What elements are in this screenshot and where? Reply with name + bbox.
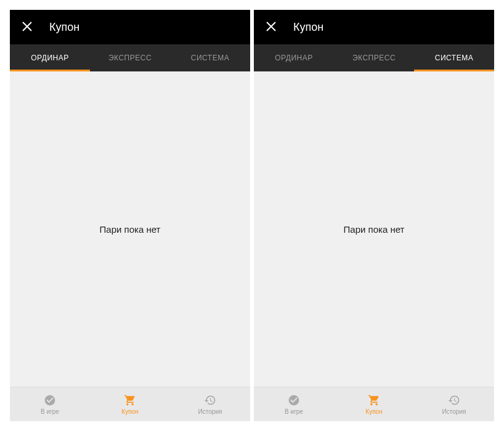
history-icon <box>447 393 461 407</box>
close-button[interactable] <box>264 20 278 34</box>
check-circle-icon <box>43 393 57 407</box>
nav-label: В игре <box>285 408 303 415</box>
header-title: Купон <box>293 21 323 34</box>
nav-item-in-game[interactable]: В игре <box>10 387 90 421</box>
close-icon <box>22 20 32 34</box>
content-area: Пари пока нет <box>254 71 494 387</box>
tabs: ОРДИНАР ЭКСПРЕСС СИСТЕМА <box>10 44 250 71</box>
tab-system[interactable]: СИСТЕМА <box>170 44 250 71</box>
phone-screen-1: Купон ОРДИНАР ЭКСПРЕСС СИСТЕМА Пари пока… <box>10 10 250 421</box>
nav-label: Купон <box>365 408 382 415</box>
tab-label: ОРДИНАР <box>275 54 312 62</box>
nav-label: История <box>198 408 222 415</box>
tab-label: СИСТЕМА <box>435 54 473 62</box>
content-area: Пари пока нет <box>10 71 250 387</box>
tab-express[interactable]: ЭКСПРЕСС <box>90 44 170 71</box>
empty-message: Пари пока нет <box>344 224 405 235</box>
empty-message: Пари пока нет <box>100 224 161 235</box>
tab-system[interactable]: СИСТЕМА <box>414 44 494 71</box>
nav-item-history[interactable]: История <box>170 387 250 421</box>
close-icon <box>266 20 276 34</box>
tab-label: ЭКСПРЕСС <box>108 54 152 62</box>
history-icon <box>203 393 217 407</box>
tab-ordinar[interactable]: ОРДИНАР <box>254 44 334 71</box>
close-button[interactable] <box>20 20 35 34</box>
tab-label: СИСТЕМА <box>191 54 229 62</box>
nav-label: История <box>442 408 466 415</box>
check-circle-icon <box>287 393 301 407</box>
tab-label: ЭКСПРЕСС <box>352 54 396 62</box>
phone-screen-2: Купон ОРДИНАР ЭКСПРЕСС СИСТЕМА Пари пока… <box>254 10 494 421</box>
tab-express[interactable]: ЭКСПРЕСС <box>334 44 414 71</box>
tab-label: ОРДИНАР <box>31 54 68 62</box>
nav-item-coupon[interactable]: Купон <box>90 387 170 421</box>
tab-ordinar[interactable]: ОРДИНАР <box>10 44 90 71</box>
header: Купон <box>254 10 494 44</box>
bottom-nav: В игре Купон История <box>254 387 494 421</box>
nav-label: В игре <box>41 408 59 415</box>
header-title: Купон <box>49 21 79 34</box>
nav-item-in-game[interactable]: В игре <box>254 387 334 421</box>
bottom-nav: В игре Купон История <box>10 387 250 421</box>
nav-label: Купон <box>121 408 138 415</box>
cart-icon <box>123 393 137 407</box>
header: Купон <box>10 10 250 44</box>
nav-item-coupon[interactable]: Купон <box>334 387 414 421</box>
cart-icon <box>367 393 381 407</box>
nav-item-history[interactable]: История <box>414 387 494 421</box>
tabs: ОРДИНАР ЭКСПРЕСС СИСТЕМА <box>254 44 494 71</box>
